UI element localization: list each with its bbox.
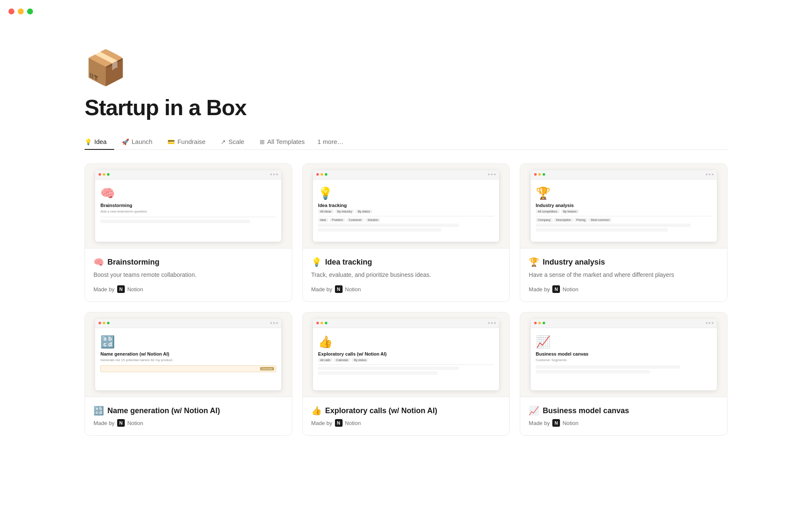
tab-fundraise[interactable]: 💳 Fundraise: [160, 134, 213, 149]
made-by-label-0: Made by: [93, 286, 115, 293]
tab-scale-label: Scale: [228, 138, 244, 145]
page-title: Startup in a Box: [85, 95, 727, 120]
card-industry-analysis-desc: Have a sense of the market and where dif…: [529, 271, 719, 279]
card-exploratory-calls-made-by: Made by N Notion: [311, 419, 501, 427]
card-exploratory-calls-preview: 👍 Exploratory calls (w/ Notion AI) All c…: [303, 312, 510, 397]
card-idea-tracking[interactable]: 💡 Idea tracking All ideas By industry By…: [302, 163, 510, 302]
scale-icon: ↗: [221, 138, 226, 145]
tab-all-templates[interactable]: ⊞ All Templates: [252, 134, 313, 149]
card-brainstorming-desc: Boost your teams remote collaboration.: [93, 271, 283, 279]
tab-launch-label: Launch: [132, 138, 152, 145]
traffic-light-minimize[interactable]: [18, 8, 24, 14]
card-idea-tracking-body: 💡 Idea tracking Track, evaluate, and pri…: [303, 248, 510, 301]
card-idea-tracking-title: Idea tracking: [325, 258, 372, 267]
card-idea-tracking-made-by: Made by N Notion: [311, 285, 501, 293]
card-business-model-canvas[interactable]: 📈 Business model canvas Customer Segment…: [520, 312, 727, 436]
card-exploratory-calls-title: Exploratory calls (w/ Notion AI): [325, 406, 437, 415]
made-by-label-1: Made by: [311, 286, 332, 293]
card-brainstorming[interactable]: 🧠 Brainstorming Add a new brainstorm que…: [85, 163, 292, 302]
card-name-generation[interactable]: 🔡 Name generation (w/ Notion AI) Generat…: [85, 312, 292, 436]
more-tabs-button[interactable]: 1 more…: [313, 134, 349, 149]
card-brainstorming-made-by: Made by N Notion: [93, 285, 283, 293]
tab-idea[interactable]: 💡 Idea: [85, 134, 114, 149]
mini-browser-industry-analysis: 🏆 Industry analysis All competitors By f…: [531, 170, 717, 242]
tab-scale[interactable]: ↗ Scale: [213, 134, 252, 149]
card-brainstorming-emoji: 🧠: [93, 257, 104, 267]
card-brainstorming-title: Brainstorming: [107, 258, 159, 267]
card-industry-analysis[interactable]: 🏆 Industry analysis All competitors By f…: [520, 163, 727, 302]
mini-browser-business-model-canvas: 📈 Business model canvas Customer Segment…: [531, 319, 717, 390]
card-industry-analysis-body: 🏆 Industry analysis Have a sense of the …: [520, 248, 727, 301]
page-icon: 📦: [85, 51, 727, 85]
notion-logo-0: N: [117, 285, 125, 293]
notion-logo-3: N: [117, 419, 125, 427]
launch-icon: 🚀: [122, 138, 129, 145]
card-exploratory-calls-emoji: 👍: [311, 406, 322, 416]
mini-browser-exploratory-calls: 👍 Exploratory calls (w/ Notion AI) All c…: [313, 319, 499, 390]
fundraise-icon: 💳: [167, 138, 175, 145]
notion-name-5: Notion: [562, 420, 579, 426]
mini-browser-idea-tracking: 💡 Idea tracking All ideas By industry By…: [313, 170, 499, 242]
card-idea-tracking-desc: Track, evaluate, and prioritize business…: [311, 271, 501, 279]
tab-all-templates-label: All Templates: [267, 138, 305, 145]
traffic-light-close[interactable]: [8, 8, 14, 14]
card-industry-analysis-emoji: 🏆: [529, 257, 539, 267]
card-brainstorming-body: 🧠 Brainstorming Boost your teams remote …: [85, 248, 292, 301]
made-by-label-4: Made by: [311, 420, 332, 426]
card-exploratory-calls-body: 👍 Exploratory calls (w/ Notion AI) Made …: [303, 397, 510, 435]
notion-logo-2: N: [552, 285, 560, 293]
notion-name-1: Notion: [345, 286, 361, 293]
card-brainstorming-preview: 🧠 Brainstorming Add a new brainstorm que…: [85, 164, 292, 248]
card-business-model-canvas-emoji: 📈: [529, 406, 539, 416]
card-industry-analysis-preview: 🏆 Industry analysis All competitors By f…: [520, 164, 727, 248]
cards-grid: 🧠 Brainstorming Add a new brainstorm que…: [85, 163, 727, 436]
all-templates-icon: ⊞: [260, 138, 265, 145]
tab-fundraise-label: Fundraise: [177, 138, 206, 145]
traffic-light-maximize[interactable]: [27, 8, 33, 14]
card-name-generation-made-by: Made by N Notion: [93, 419, 283, 427]
notion-logo-4: N: [335, 419, 343, 427]
traffic-lights: [8, 8, 33, 14]
notion-logo-5: N: [552, 419, 560, 427]
card-exploratory-calls[interactable]: 👍 Exploratory calls (w/ Notion AI) All c…: [302, 312, 510, 436]
made-by-label-3: Made by: [93, 420, 115, 426]
card-business-model-canvas-title: Business model canvas: [543, 406, 629, 415]
mini-browser-name-generation: 🔡 Name generation (w/ Notion AI) Generat…: [95, 319, 281, 390]
card-name-generation-body: 🔡 Name generation (w/ Notion AI) Made by…: [85, 397, 292, 435]
card-name-generation-emoji: 🔡: [93, 406, 104, 416]
mini-browser-brainstorming: 🧠 Brainstorming Add a new brainstorm que…: [95, 170, 281, 242]
idea-icon: 💡: [85, 138, 92, 145]
notion-logo-1: N: [335, 285, 343, 293]
card-business-model-canvas-preview: 📈 Business model canvas Customer Segment…: [520, 312, 727, 397]
notion-name-2: Notion: [562, 286, 579, 293]
notion-name-4: Notion: [345, 420, 361, 426]
card-business-model-canvas-body: 📈 Business model canvas Made by N Notion: [520, 397, 727, 435]
card-idea-tracking-preview: 💡 Idea tracking All ideas By industry By…: [303, 164, 510, 248]
made-by-label-5: Made by: [529, 420, 550, 426]
card-industry-analysis-made-by: Made by N Notion: [529, 285, 719, 293]
card-idea-tracking-emoji: 💡: [311, 257, 322, 267]
tab-idea-label: Idea: [94, 138, 107, 145]
tab-launch[interactable]: 🚀 Launch: [114, 134, 160, 149]
card-name-generation-title: Name generation (w/ Notion AI): [107, 406, 220, 415]
card-name-generation-preview: 🔡 Name generation (w/ Notion AI) Generat…: [85, 312, 292, 397]
tabs-bar: 💡 Idea 🚀 Launch 💳 Fundraise ↗ Scale ⊞ Al…: [85, 134, 727, 150]
notion-name-3: Notion: [127, 420, 143, 426]
made-by-label-2: Made by: [529, 286, 550, 293]
card-business-model-canvas-made-by: Made by N Notion: [529, 419, 719, 427]
card-industry-analysis-title: Industry analysis: [543, 258, 605, 267]
main-content: 📦 Startup in a Box 💡 Idea 🚀 Launch 💳 Fun…: [0, 0, 812, 461]
notion-name-0: Notion: [127, 286, 143, 293]
